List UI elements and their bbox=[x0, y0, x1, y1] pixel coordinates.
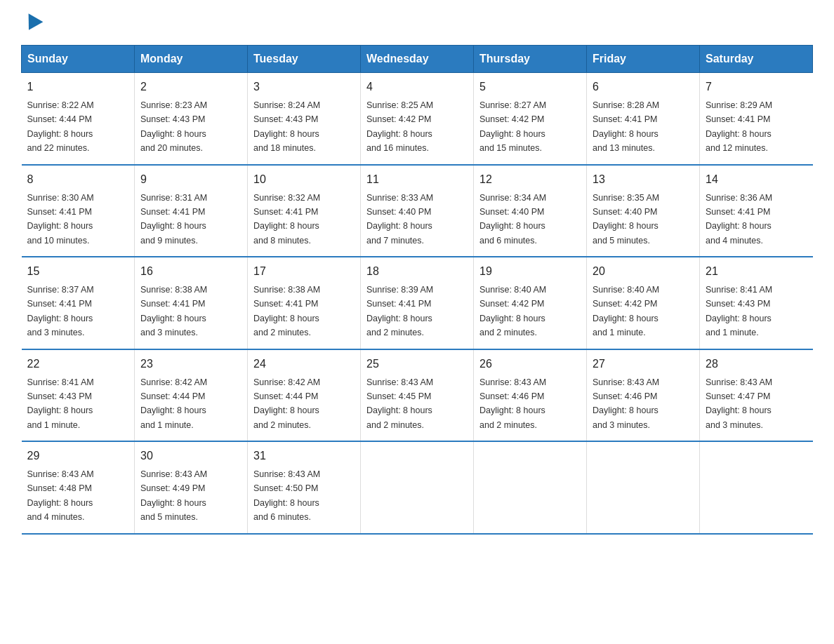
day-info: Sunrise: 8:39 AM Sunset: 4:41 PM Dayligh… bbox=[366, 285, 433, 337]
day-number: 15 bbox=[27, 263, 129, 280]
calendar-week-row: 1Sunrise: 8:22 AM Sunset: 4:44 PM Daylig… bbox=[22, 73, 813, 165]
calendar-cell: 10Sunrise: 8:32 AM Sunset: 4:41 PM Dayli… bbox=[248, 165, 361, 257]
calendar-cell: 11Sunrise: 8:33 AM Sunset: 4:40 PM Dayli… bbox=[361, 165, 474, 257]
calendar-cell: 4Sunrise: 8:25 AM Sunset: 4:42 PM Daylig… bbox=[361, 73, 474, 165]
day-info: Sunrise: 8:43 AM Sunset: 4:46 PM Dayligh… bbox=[593, 377, 659, 430]
day-info: Sunrise: 8:43 AM Sunset: 4:50 PM Dayligh… bbox=[253, 469, 320, 522]
calendar-cell: 17Sunrise: 8:38 AM Sunset: 4:41 PM Dayli… bbox=[248, 257, 361, 349]
calendar-cell: 19Sunrise: 8:40 AM Sunset: 4:42 PM Dayli… bbox=[474, 257, 587, 349]
day-number: 7 bbox=[706, 79, 807, 95]
calendar-cell: 12Sunrise: 8:34 AM Sunset: 4:40 PM Dayli… bbox=[474, 165, 587, 257]
day-info: Sunrise: 8:40 AM Sunset: 4:42 PM Dayligh… bbox=[593, 285, 659, 337]
calendar-cell: 6Sunrise: 8:28 AM Sunset: 4:41 PM Daylig… bbox=[587, 73, 700, 165]
day-info: Sunrise: 8:28 AM Sunset: 4:41 PM Dayligh… bbox=[593, 100, 659, 153]
day-info: Sunrise: 8:38 AM Sunset: 4:41 PM Dayligh… bbox=[140, 285, 207, 337]
day-info: Sunrise: 8:37 AM Sunset: 4:41 PM Dayligh… bbox=[27, 285, 94, 337]
calendar-cell: 13Sunrise: 8:35 AM Sunset: 4:40 PM Dayli… bbox=[587, 165, 700, 257]
day-number: 31 bbox=[253, 448, 355, 464]
day-info: Sunrise: 8:32 AM Sunset: 4:41 PM Dayligh… bbox=[253, 193, 320, 246]
day-info: Sunrise: 8:23 AM Sunset: 4:43 PM Dayligh… bbox=[140, 100, 207, 153]
calendar-cell: 30Sunrise: 8:43 AM Sunset: 4:49 PM Dayli… bbox=[135, 441, 248, 534]
day-info: Sunrise: 8:33 AM Sunset: 4:40 PM Dayligh… bbox=[366, 193, 433, 246]
day-number: 10 bbox=[253, 171, 355, 188]
day-number: 30 bbox=[140, 448, 241, 464]
day-info: Sunrise: 8:36 AM Sunset: 4:41 PM Dayligh… bbox=[706, 193, 772, 246]
calendar-cell: 29Sunrise: 8:43 AM Sunset: 4:48 PM Dayli… bbox=[22, 441, 135, 534]
day-info: Sunrise: 8:35 AM Sunset: 4:40 PM Dayligh… bbox=[593, 193, 659, 246]
calendar-cell: 18Sunrise: 8:39 AM Sunset: 4:41 PM Dayli… bbox=[361, 257, 474, 349]
day-number: 24 bbox=[253, 356, 355, 373]
day-number: 4 bbox=[366, 79, 468, 95]
calendar-cell: 26Sunrise: 8:43 AM Sunset: 4:46 PM Dayli… bbox=[474, 349, 587, 442]
day-number: 17 bbox=[253, 263, 355, 280]
calendar-cell: 24Sunrise: 8:42 AM Sunset: 4:44 PM Dayli… bbox=[248, 349, 361, 442]
calendar-cell: 23Sunrise: 8:42 AM Sunset: 4:44 PM Dayli… bbox=[135, 349, 248, 442]
calendar-week-row: 22Sunrise: 8:41 AM Sunset: 4:43 PM Dayli… bbox=[22, 349, 813, 442]
day-number: 2 bbox=[140, 79, 241, 95]
col-header-wednesday: Wednesday bbox=[361, 46, 474, 73]
day-number: 5 bbox=[479, 79, 581, 95]
day-info: Sunrise: 8:27 AM Sunset: 4:42 PM Dayligh… bbox=[479, 100, 546, 153]
calendar-cell: 2Sunrise: 8:23 AM Sunset: 4:43 PM Daylig… bbox=[135, 73, 248, 165]
day-info: Sunrise: 8:24 AM Sunset: 4:43 PM Dayligh… bbox=[253, 100, 320, 153]
calendar-cell: 5Sunrise: 8:27 AM Sunset: 4:42 PM Daylig… bbox=[474, 73, 587, 165]
calendar-table: SundayMondayTuesdayWednesdayThursdayFrid… bbox=[21, 45, 813, 535]
day-number: 25 bbox=[366, 356, 468, 373]
day-number: 28 bbox=[706, 356, 807, 373]
day-number: 12 bbox=[479, 171, 581, 188]
day-info: Sunrise: 8:43 AM Sunset: 4:48 PM Dayligh… bbox=[27, 469, 94, 522]
calendar-cell: 31Sunrise: 8:43 AM Sunset: 4:50 PM Dayli… bbox=[248, 441, 361, 534]
calendar-cell: 21Sunrise: 8:41 AM Sunset: 4:43 PM Dayli… bbox=[700, 257, 813, 349]
day-number: 13 bbox=[593, 171, 694, 188]
day-info: Sunrise: 8:41 AM Sunset: 4:43 PM Dayligh… bbox=[27, 377, 94, 430]
day-info: Sunrise: 8:43 AM Sunset: 4:49 PM Dayligh… bbox=[140, 469, 207, 522]
calendar-cell: 1Sunrise: 8:22 AM Sunset: 4:44 PM Daylig… bbox=[22, 73, 135, 165]
day-number: 11 bbox=[366, 171, 468, 188]
day-info: Sunrise: 8:34 AM Sunset: 4:40 PM Dayligh… bbox=[479, 193, 546, 246]
day-number: 23 bbox=[140, 356, 241, 373]
calendar-cell bbox=[474, 441, 587, 534]
day-number: 14 bbox=[706, 171, 807, 188]
page-header bbox=[21, 14, 813, 31]
calendar-cell: 16Sunrise: 8:38 AM Sunset: 4:41 PM Dayli… bbox=[135, 257, 248, 349]
day-number: 6 bbox=[593, 79, 694, 95]
col-header-sunday: Sunday bbox=[22, 46, 135, 73]
col-header-monday: Monday bbox=[135, 46, 248, 73]
calendar-cell bbox=[587, 441, 700, 534]
calendar-cell: 27Sunrise: 8:43 AM Sunset: 4:46 PM Dayli… bbox=[587, 349, 700, 442]
calendar-cell: 8Sunrise: 8:30 AM Sunset: 4:41 PM Daylig… bbox=[22, 165, 135, 257]
day-number: 18 bbox=[366, 263, 468, 280]
calendar-cell bbox=[361, 441, 474, 534]
day-info: Sunrise: 8:43 AM Sunset: 4:45 PM Dayligh… bbox=[366, 377, 433, 430]
day-info: Sunrise: 8:41 AM Sunset: 4:43 PM Dayligh… bbox=[706, 285, 772, 337]
logo-triangle-icon bbox=[22, 13, 44, 34]
day-info: Sunrise: 8:30 AM Sunset: 4:41 PM Dayligh… bbox=[27, 193, 94, 246]
calendar-cell: 14Sunrise: 8:36 AM Sunset: 4:41 PM Dayli… bbox=[700, 165, 813, 257]
calendar-cell bbox=[700, 441, 813, 534]
calendar-cell: 22Sunrise: 8:41 AM Sunset: 4:43 PM Dayli… bbox=[22, 349, 135, 442]
calendar-week-row: 29Sunrise: 8:43 AM Sunset: 4:48 PM Dayli… bbox=[22, 441, 813, 534]
day-number: 8 bbox=[27, 171, 129, 188]
day-number: 27 bbox=[593, 356, 694, 373]
calendar-cell: 9Sunrise: 8:31 AM Sunset: 4:41 PM Daylig… bbox=[135, 165, 248, 257]
day-number: 26 bbox=[479, 356, 581, 373]
calendar-cell: 25Sunrise: 8:43 AM Sunset: 4:45 PM Dayli… bbox=[361, 349, 474, 442]
day-info: Sunrise: 8:40 AM Sunset: 4:42 PM Dayligh… bbox=[479, 285, 546, 337]
day-number: 16 bbox=[140, 263, 241, 280]
calendar-cell: 3Sunrise: 8:24 AM Sunset: 4:43 PM Daylig… bbox=[248, 73, 361, 165]
col-header-saturday: Saturday bbox=[700, 46, 813, 73]
day-number: 9 bbox=[140, 171, 241, 188]
day-info: Sunrise: 8:42 AM Sunset: 4:44 PM Dayligh… bbox=[253, 377, 320, 430]
day-info: Sunrise: 8:43 AM Sunset: 4:46 PM Dayligh… bbox=[479, 377, 546, 430]
day-info: Sunrise: 8:43 AM Sunset: 4:47 PM Dayligh… bbox=[706, 377, 772, 430]
col-header-tuesday: Tuesday bbox=[248, 46, 361, 73]
calendar-week-row: 8Sunrise: 8:30 AM Sunset: 4:41 PM Daylig… bbox=[22, 165, 813, 257]
day-number: 29 bbox=[27, 448, 129, 464]
day-info: Sunrise: 8:22 AM Sunset: 4:44 PM Dayligh… bbox=[27, 100, 94, 153]
logo bbox=[21, 14, 41, 31]
col-header-friday: Friday bbox=[587, 46, 700, 73]
day-info: Sunrise: 8:38 AM Sunset: 4:41 PM Dayligh… bbox=[253, 285, 320, 337]
day-info: Sunrise: 8:42 AM Sunset: 4:44 PM Dayligh… bbox=[140, 377, 207, 430]
day-info: Sunrise: 8:31 AM Sunset: 4:41 PM Dayligh… bbox=[140, 193, 207, 246]
calendar-week-row: 15Sunrise: 8:37 AM Sunset: 4:41 PM Dayli… bbox=[22, 257, 813, 349]
